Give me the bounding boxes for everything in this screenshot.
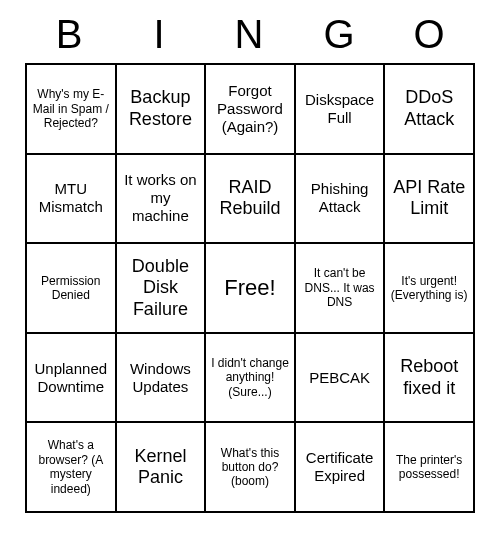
bingo-cell[interactable]: Why's my E-Mail in Spam / Rejected? (26, 64, 116, 154)
bingo-cell[interactable]: Permission Denied (26, 243, 116, 333)
cell-text: Windows Updates (121, 360, 201, 396)
bingo-cell[interactable]: MTU Mismatch (26, 154, 116, 244)
bingo-cell[interactable]: DDoS Attack (384, 64, 474, 154)
cell-text: It can't be DNS... It was DNS (300, 266, 380, 309)
header-letter-b: B (25, 12, 115, 57)
cell-text: What's a browser? (A mystery indeed) (31, 438, 111, 496)
bingo-cell[interactable]: Kernel Panic (116, 422, 206, 512)
cell-text: PEBCAK (309, 369, 370, 387)
cell-text: API Rate Limit (389, 177, 469, 220)
cell-text: Forgot Password (Again?) (210, 82, 290, 136)
bingo-cell[interactable]: PEBCAK (295, 333, 385, 423)
cell-text: Backup Restore (121, 87, 201, 130)
bingo-cell[interactable]: Backup Restore (116, 64, 206, 154)
bingo-cell[interactable]: It works on my machine (116, 154, 206, 244)
cell-text: Kernel Panic (121, 446, 201, 489)
cell-text: Certificate Expired (300, 449, 380, 485)
bingo-grid: Why's my E-Mail in Spam / Rejected? Back… (25, 63, 475, 513)
cell-text: Double Disk Failure (121, 256, 201, 321)
cell-text: Reboot fixed it (389, 356, 469, 399)
bingo-cell[interactable]: Forgot Password (Again?) (205, 64, 295, 154)
cell-text: Diskspace Full (300, 91, 380, 127)
header-letter-g: G (295, 12, 385, 57)
cell-text: I didn't change anything! (Sure...) (210, 356, 290, 399)
bingo-cell[interactable]: Certificate Expired (295, 422, 385, 512)
cell-text: Permission Denied (31, 274, 111, 303)
bingo-cell[interactable]: What's this button do? (boom) (205, 422, 295, 512)
cell-text: The printer's possessed! (389, 453, 469, 482)
bingo-cell[interactable]: The printer's possessed! (384, 422, 474, 512)
bingo-cell[interactable]: Double Disk Failure (116, 243, 206, 333)
bingo-cell[interactable]: What's a browser? (A mystery indeed) (26, 422, 116, 512)
bingo-cell[interactable]: It can't be DNS... It was DNS (295, 243, 385, 333)
bingo-free-cell[interactable]: Free! (205, 243, 295, 333)
cell-text: RAID Rebuild (210, 177, 290, 220)
bingo-cell[interactable]: It's urgent! (Everything is) (384, 243, 474, 333)
cell-text: Unplanned Downtime (31, 360, 111, 396)
bingo-cell[interactable]: API Rate Limit (384, 154, 474, 244)
bingo-header: B I N G O (25, 12, 475, 57)
bingo-cell[interactable]: Windows Updates (116, 333, 206, 423)
cell-text: Why's my E-Mail in Spam / Rejected? (31, 87, 111, 130)
cell-text: MTU Mismatch (31, 180, 111, 216)
bingo-cell[interactable]: Unplanned Downtime (26, 333, 116, 423)
bingo-cell[interactable]: RAID Rebuild (205, 154, 295, 244)
header-letter-i: I (115, 12, 205, 57)
cell-text: Free! (224, 275, 275, 301)
header-letter-o: O (385, 12, 475, 57)
bingo-cell[interactable]: I didn't change anything! (Sure...) (205, 333, 295, 423)
cell-text: Phishing Attack (300, 180, 380, 216)
cell-text: It works on my machine (121, 171, 201, 225)
cell-text: DDoS Attack (389, 87, 469, 130)
header-letter-n: N (205, 12, 295, 57)
bingo-cell[interactable]: Reboot fixed it (384, 333, 474, 423)
bingo-cell[interactable]: Phishing Attack (295, 154, 385, 244)
cell-text: What's this button do? (boom) (210, 446, 290, 489)
bingo-cell[interactable]: Diskspace Full (295, 64, 385, 154)
cell-text: It's urgent! (Everything is) (389, 274, 469, 303)
